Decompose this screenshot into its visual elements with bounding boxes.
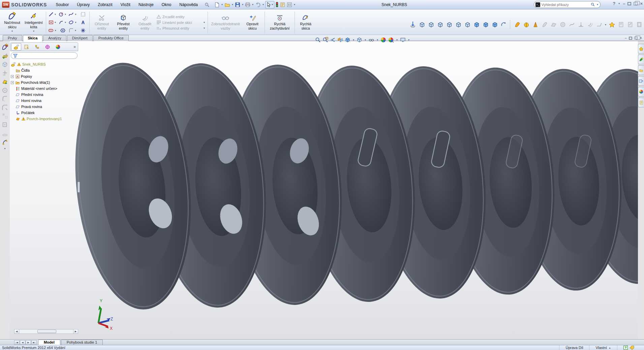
lofted-boss-icon[interactable] — [1, 78, 9, 85]
options-button[interactable] — [286, 1, 293, 8]
filled-surface-icon[interactable] — [559, 21, 567, 29]
view-palette-tab[interactable] — [638, 76, 644, 86]
tab-prvky[interactable]: Prvky — [3, 35, 22, 41]
undo-button[interactable] — [255, 1, 261, 8]
menu-soubor[interactable]: Soubor — [52, 1, 73, 9]
view-trimetric-icon[interactable] — [482, 21, 490, 29]
tab-dimxpert[interactable]: DimXpert — [67, 35, 93, 41]
doc-minimize-button[interactable]: – — [625, 36, 627, 40]
zoom-area-icon[interactable] — [323, 37, 328, 43]
search-input[interactable] — [542, 3, 589, 7]
search-caret-icon[interactable]: ▾ — [596, 3, 599, 6]
linear-sketch-pattern-button[interactable]: Lineární pole skici ▾ — [156, 20, 206, 25]
display-style-icon[interactable] — [357, 37, 362, 43]
boundary-surface-icon[interactable] — [550, 21, 558, 29]
featuremanager-tree-tab[interactable] — [11, 43, 21, 50]
previous-view-icon[interactable] — [330, 37, 336, 43]
help-caret-icon[interactable]: ▾ — [618, 2, 620, 5]
print-caret-icon[interactable]: ▾ — [251, 3, 254, 6]
help-button[interactable]: ? — [613, 1, 615, 6]
open-document-caret-icon[interactable]: ▾ — [231, 3, 234, 6]
linear-pattern-caret-icon[interactable]: ▾ — [203, 21, 206, 24]
rectangle-caret-icon[interactable]: ▾ — [54, 21, 57, 24]
trim-entities-button[interactable]: Oříznout entity — [91, 10, 113, 35]
boundary-boss-icon[interactable] — [1, 87, 9, 94]
panel-splitter-handle[interactable] — [78, 182, 80, 193]
graphics-viewport[interactable] — [10, 41, 638, 339]
sketch-on-plane-icon[interactable] — [1, 53, 9, 60]
quick-snaps-button[interactable]: Rychlá zachytávání — [266, 10, 293, 35]
revolved-boss-icon[interactable] — [1, 70, 9, 77]
mirror-entities-button[interactable]: Zrcadlit entity — [156, 14, 206, 19]
menu-napoveda[interactable]: Nápověda — [175, 1, 202, 9]
edit-appearance-icon[interactable] — [380, 37, 386, 43]
dimxpertmanager-tab[interactable] — [42, 43, 53, 50]
close-button[interactable]: × — [640, 1, 643, 6]
text-tool-button[interactable]: A — [78, 19, 88, 27]
circle-caret-icon[interactable]: ▾ — [64, 13, 67, 16]
line-caret-icon[interactable]: ▾ — [54, 13, 57, 16]
tree-horizontal-scrollbar[interactable]: ◀ ▶ — [14, 329, 78, 334]
normal-to-icon[interactable] — [409, 21, 417, 29]
file-properties-button[interactable] — [280, 1, 286, 8]
3d-sketch-icon[interactable]: 3D — [1, 44, 9, 51]
ruled-surface-icon[interactable] — [595, 21, 603, 29]
surfaces-caret-icon[interactable]: ▾ — [604, 23, 607, 26]
save-button[interactable] — [235, 1, 241, 8]
tree-item-annotations[interactable]: + A Popisy — [11, 73, 78, 79]
restore-button[interactable] — [627, 2, 631, 5]
view-dimetric-icon[interactable] — [491, 21, 499, 29]
freeform-icon[interactable] — [568, 21, 576, 29]
propertymanager-tab[interactable] — [22, 43, 32, 50]
linear-pattern-feature-icon[interactable] — [1, 113, 9, 120]
motion-study-tab[interactable]: Pohybová studie 1 — [61, 340, 103, 345]
prev-tab-button[interactable]: ◀ — [20, 340, 25, 345]
design-library-tab[interactable] — [638, 55, 644, 64]
minimize-button[interactable]: – — [623, 1, 625, 6]
menu-zobrazit[interactable]: Zobrazit — [94, 1, 116, 9]
zoom-fit-icon[interactable] — [315, 37, 321, 43]
new-document-caret-icon[interactable]: ▾ — [221, 3, 223, 6]
new-document-button[interactable] — [214, 1, 220, 8]
view-isometric-icon[interactable] — [472, 21, 481, 29]
command-search[interactable]: >_ ▾ — [534, 1, 601, 8]
display-relations-button[interactable]: Zobrazit/odstranit vazby — [209, 10, 242, 35]
apply-scene-icon[interactable] — [388, 37, 394, 43]
extend-surface-icon[interactable] — [617, 21, 625, 29]
cascade-windows-button[interactable] — [634, 2, 638, 5]
select-region-button[interactable] — [78, 10, 88, 19]
fillet-caret-icon[interactable]: ▾ — [74, 29, 77, 32]
sketch-fillet-button[interactable]: ▾ — [68, 27, 78, 35]
swept-boss-icon[interactable] — [1, 95, 9, 102]
polygon-tool-button[interactable] — [58, 27, 68, 35]
print-button[interactable] — [245, 1, 251, 8]
arc-caret-icon[interactable]: ▾ — [64, 21, 67, 24]
menu-pin-icon[interactable] — [205, 2, 209, 7]
next-tab-button[interactable]: ▶ — [26, 340, 31, 345]
move-entities-caret-icon[interactable]: ▾ — [203, 27, 206, 30]
appearances-tab[interactable] — [638, 87, 644, 97]
expand-icon[interactable]: + — [11, 81, 14, 84]
view-orientation-icon[interactable] — [345, 37, 350, 43]
view-top-icon[interactable] — [454, 21, 462, 29]
open-document-button[interactable] — [224, 1, 231, 8]
rapid-sketch-button[interactable]: Rychlá skica — [296, 10, 315, 35]
units-selector[interactable]: Vlastní ▲ — [589, 345, 617, 350]
view-back-icon[interactable] — [427, 21, 435, 29]
view-right-icon[interactable] — [445, 21, 453, 29]
tree-item-sensors[interactable]: Čidla — [11, 67, 78, 73]
sketch-button[interactable]: Načrtnout skicu ▾ — [1, 10, 23, 35]
scrollbar-thumb[interactable] — [37, 330, 56, 333]
section-view-icon[interactable] — [337, 37, 343, 43]
custom-properties-tab[interactable] — [638, 98, 644, 107]
shell-feature-icon[interactable] — [1, 130, 9, 137]
tag-icon[interactable] — [630, 346, 635, 350]
line-tool-button[interactable]: ▾ — [48, 10, 58, 19]
tree-item-top-plane[interactable]: Horní rovina — [11, 98, 78, 104]
home-tab[interactable] — [638, 44, 644, 54]
tab-analyzy[interactable]: Analýzy — [43, 35, 66, 41]
extruded-boss-icon[interactable] — [1, 61, 9, 68]
tree-item-material[interactable]: Materiál <není určen> — [11, 85, 78, 92]
file-explorer-tab[interactable] — [638, 65, 644, 75]
display-style-caret-icon[interactable]: ▾ — [364, 38, 367, 41]
